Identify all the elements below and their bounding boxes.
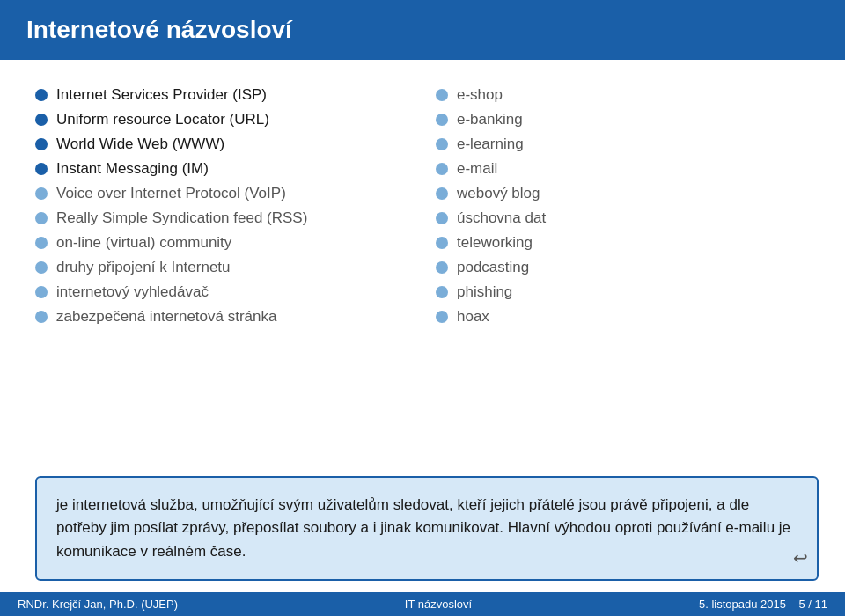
list-item-text: e-mail [457,160,497,178]
bullet-icon [35,237,48,249]
list-item-text: druhy připojení k Internetu [56,259,231,276]
list-item-text: internetový vyhledávač [56,283,209,301]
list-item-text: úschovna dat [457,209,546,227]
left-list-item: Instant Messaging (IM) [35,160,409,178]
list-item-text: on-line (virtual) community [56,234,231,252]
right-list-item: e-mail [436,160,810,178]
tooltip-arrow-icon: ↩ [793,545,808,572]
main-content: Internet Services Provider (ISP)Uniform … [0,60,845,334]
footer: RNDr. Krejčí Jan, Ph.D. (UJEP) IT názvos… [0,592,845,616]
left-list-item: World Wide Web (WWW) [35,136,409,153]
bullet-icon [35,212,48,224]
bullet-icon [35,114,48,126]
list-item-text: podcasting [457,259,529,276]
list-item-text: teleworking [457,234,533,252]
bullet-icon [35,286,48,298]
list-item-text: phishing [457,283,512,301]
bullet-icon [436,237,448,249]
list-item-text: Really Simple Syndication feed (RSS) [56,209,307,227]
left-list-item: zabezpečená internetová stránka [35,308,409,326]
list-item-text: hoax [457,308,489,326]
tooltip-text: je internetová služba, umožňující svým u… [56,496,790,560]
footer-date-slide: 5. listopadu 2015 5 / 11 [699,598,827,611]
bullet-icon [35,89,48,101]
list-item-text: zabezpečená internetová stránka [56,308,276,326]
right-list-item: e-banking [436,111,810,128]
list-item-text: e-shop [457,86,503,104]
left-list-item: Internet Services Provider (ISP) [35,86,409,104]
bullet-icon [436,114,448,126]
list-item-text: e-learning [457,136,524,153]
bullet-icon [436,163,448,175]
bullet-icon [436,212,448,224]
right-list-item: e-learning [436,136,810,153]
left-list-item: Really Simple Syndication feed (RSS) [35,209,409,227]
bullet-icon [436,138,448,150]
right-list-item: úschovna dat [436,209,810,227]
bullet-icon [35,311,48,323]
left-list-item: Uniform resource Locator (URL) [35,111,409,128]
right-list-item: e-shop [436,86,810,104]
list-item-text: Internet Services Provider (ISP) [56,86,267,104]
list-item-text: World Wide Web (WWW) [56,136,224,153]
bullet-icon [35,187,48,200]
left-list-item: internetový vyhledávač [35,283,409,301]
footer-author: RNDr. Krejčí Jan, Ph.D. (UJEP) [18,598,178,611]
list-item-text: e-banking [457,111,523,128]
right-list-item: phishing [436,283,810,301]
list-item-text: webový blog [457,185,540,202]
left-column: Internet Services Provider (ISP)Uniform … [35,86,409,326]
footer-title: IT názvosloví [405,598,472,611]
bullet-icon [35,138,48,150]
bullet-icon [436,261,448,274]
right-list-item: teleworking [436,234,810,252]
bullet-icon [436,89,448,101]
left-list-item: Voice over Internet Protocol (VoIP) [35,185,409,202]
page-header: Internetové názvosloví [0,0,845,60]
left-list-item: druhy připojení k Internetu [35,259,409,276]
list-item-text: Uniform resource Locator (URL) [56,111,269,128]
right-list-item: podcasting [436,259,810,276]
page-title: Internetové názvosloví [26,16,292,43]
list-item-text: Instant Messaging (IM) [56,160,209,178]
right-list-item: webový blog [436,185,810,202]
bullet-icon [35,261,48,274]
left-list-item: on-line (virtual) community [35,234,409,252]
bullet-icon [35,163,48,175]
bullet-icon [436,311,448,323]
bullet-icon [436,187,448,200]
right-column: e-shope-bankinge-learninge-mailwebový bl… [409,86,810,326]
list-item-text: Voice over Internet Protocol (VoIP) [56,185,286,202]
bullet-icon [436,286,448,298]
tooltip-box: je internetová služba, umožňující svým u… [35,476,819,581]
right-list-item: hoax [436,308,810,326]
